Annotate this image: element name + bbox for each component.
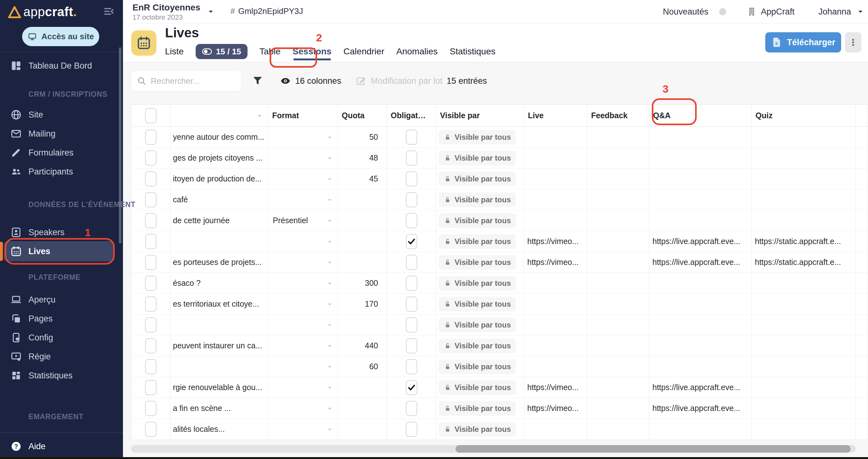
cell-live[interactable] <box>524 356 587 377</box>
row-checkbox-checked[interactable] <box>406 380 417 395</box>
tab-table[interactable]: Table <box>259 47 281 57</box>
cell-qa[interactable] <box>649 169 752 189</box>
cell-quota[interactable] <box>338 210 387 231</box>
sidebar-item-site[interactable]: Site <box>0 104 123 125</box>
sidebar-item-config[interactable]: Config <box>0 328 123 348</box>
filter-funnel-icon[interactable] <box>252 75 264 87</box>
cell-quiz[interactable] <box>752 419 856 440</box>
row-checkbox[interactable] <box>145 276 156 291</box>
row-checkbox[interactable] <box>145 213 156 228</box>
cell-format-select[interactable] <box>268 169 338 189</box>
row-checkbox[interactable] <box>145 130 156 145</box>
cell-name[interactable]: ésaco ? <box>170 273 268 294</box>
cell-name[interactable]: a fin en scène ... <box>170 398 268 419</box>
cell-feedback[interactable] <box>587 252 649 273</box>
cell-live[interactable]: https://vimeo... <box>524 398 587 419</box>
cell-quota[interactable] <box>338 189 387 210</box>
cell-qa[interactable] <box>649 419 752 440</box>
batch-edit-button[interactable]: Modification par lot <box>355 72 442 90</box>
header-cell-name[interactable] <box>170 104 268 127</box>
cell-name[interactable] <box>170 314 268 335</box>
sidebar-item-speakers[interactable]: Speakers <box>0 222 123 242</box>
horizontal-scrollbar-thumb[interactable] <box>456 445 850 453</box>
visibility-chip[interactable]: Visible par tous <box>439 297 516 311</box>
cell-name[interactable] <box>170 356 268 377</box>
cell-qa[interactable] <box>649 127 752 148</box>
cell-quiz[interactable] <box>752 189 856 210</box>
cell-qa[interactable] <box>649 148 752 169</box>
row-checkbox[interactable] <box>406 297 417 312</box>
cell-feedback[interactable] <box>587 398 649 419</box>
organization-menu[interactable]: AppCraft <box>746 0 795 23</box>
header-cell-live[interactable]: Live <box>524 104 587 127</box>
cell-feedback[interactable] <box>587 189 649 210</box>
download-button[interactable]: x Télécharger <box>765 32 841 53</box>
cell-qa[interactable] <box>649 356 752 377</box>
cell-quota[interactable]: 60 <box>338 356 387 377</box>
cell-feedback[interactable] <box>587 419 649 440</box>
cell-quota[interactable] <box>338 252 387 273</box>
cell-name[interactable]: yenne autour des comm... <box>170 127 268 148</box>
dropdown-caret-icon[interactable] <box>326 363 333 370</box>
cell-live[interactable] <box>524 419 587 440</box>
row-checkbox[interactable] <box>406 401 417 416</box>
cell-name[interactable] <box>170 231 268 252</box>
cell-format-select[interactable] <box>268 314 338 335</box>
row-checkbox[interactable] <box>145 401 156 416</box>
cell-format-select[interactable]: Présentiel <box>268 210 338 231</box>
visibility-chip[interactable]: Visible par tous <box>439 130 516 145</box>
cell-live[interactable]: https://vimeo... <box>524 231 587 252</box>
row-checkbox[interactable] <box>145 171 156 186</box>
row-checkbox[interactable] <box>406 255 417 270</box>
cell-qa[interactable]: https://live.appcraft.eve... <box>649 231 752 252</box>
row-checkbox[interactable] <box>145 359 156 374</box>
sidebar-item-formulaires[interactable]: Formulaires <box>0 143 123 163</box>
columns-toggle[interactable]: 16 colonnes <box>280 72 341 90</box>
row-checkbox[interactable] <box>145 192 156 207</box>
cell-name[interactable]: alités locales... <box>170 419 268 440</box>
row-checkbox[interactable] <box>406 276 417 291</box>
cell-quiz[interactable] <box>752 356 856 377</box>
row-checkbox[interactable] <box>406 359 417 374</box>
row-checkbox[interactable] <box>145 255 156 270</box>
cell-feedback[interactable] <box>587 210 649 231</box>
sidebar-item-statistiques[interactable]: Statistiques <box>0 365 123 386</box>
visibility-chip[interactable]: Visible par tous <box>439 234 516 249</box>
sidebar-item-regie[interactable]: Régie <box>0 346 123 367</box>
row-checkbox[interactable] <box>145 422 156 437</box>
cell-quota[interactable] <box>338 314 387 335</box>
visibility-chip[interactable]: Visible par tous <box>439 401 516 416</box>
cell-live[interactable] <box>524 210 587 231</box>
cell-feedback[interactable] <box>587 127 649 148</box>
whats-new-link[interactable]: Nouveautés <box>663 0 708 23</box>
sidebar-collapse-icon[interactable] <box>103 5 115 18</box>
cell-feedback[interactable] <box>587 314 649 335</box>
visibility-chip[interactable]: Visible par tous <box>439 192 516 207</box>
access-site-button[interactable]: Accès au site <box>22 27 99 46</box>
dropdown-caret-icon[interactable] <box>326 426 333 433</box>
row-checkbox[interactable] <box>406 317 417 333</box>
visibility-chip[interactable]: Visible par tous <box>439 151 516 165</box>
sidebar-scrollbar[interactable] <box>119 48 121 243</box>
cell-qa[interactable] <box>649 210 752 231</box>
visibility-chip[interactable]: Visible par tous <box>439 255 516 270</box>
cell-format-select[interactable] <box>268 356 338 377</box>
row-checkbox[interactable] <box>406 150 417 166</box>
sidebar-item-mailing[interactable]: Mailing <box>0 124 123 144</box>
cell-quota[interactable] <box>338 419 387 440</box>
dropdown-caret-icon[interactable] <box>326 259 333 266</box>
cell-format-select[interactable] <box>268 377 338 398</box>
sidebar-item-apercu[interactable]: Aperçu <box>0 289 123 310</box>
dropdown-caret-icon[interactable] <box>326 280 333 287</box>
cell-name[interactable]: es territoriaux et citoye... <box>170 294 268 314</box>
sidebar-item-lives[interactable]: Lives <box>4 241 114 262</box>
sidebar-item-participants[interactable]: Participants <box>0 161 123 182</box>
dropdown-caret-icon[interactable] <box>326 155 333 161</box>
cell-qa[interactable]: https://live.appcraft.eve... <box>649 377 752 398</box>
cell-quota[interactable]: 50 <box>338 127 387 148</box>
visibility-chip[interactable]: Visible par tous <box>439 380 516 395</box>
visibility-chip[interactable]: Visible par tous <box>439 318 516 332</box>
cell-quiz[interactable] <box>752 398 856 419</box>
row-checkbox[interactable] <box>145 108 156 123</box>
cell-qa[interactable] <box>649 335 752 356</box>
